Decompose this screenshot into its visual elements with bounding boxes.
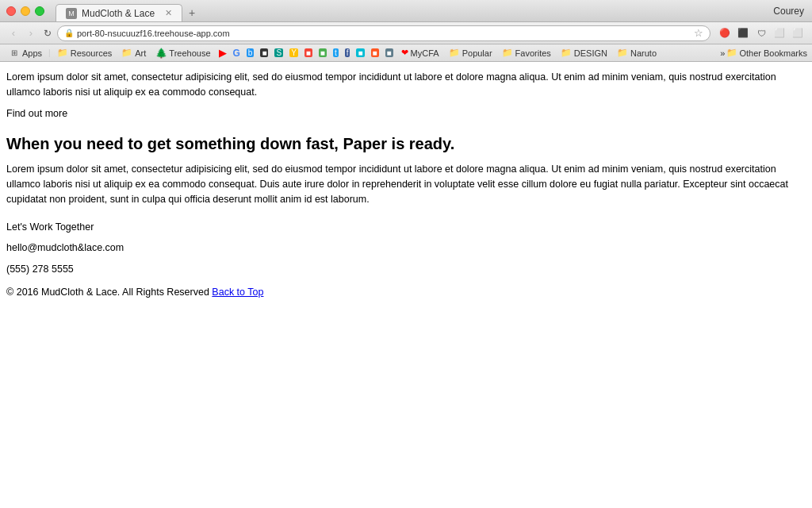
icon-blue: b bbox=[247, 48, 255, 57]
tab-favicon: M bbox=[66, 8, 77, 19]
bookmarks-treehouse[interactable]: 🌲 Treehouse bbox=[151, 47, 214, 60]
bookmarks-favorites[interactable]: 📁 Favorites bbox=[498, 47, 555, 60]
icon-deeporange: ■ bbox=[371, 48, 379, 57]
icon-gray: ■ bbox=[385, 48, 393, 57]
bookmarks-icon-4[interactable]: Y bbox=[287, 48, 301, 58]
facebook-icon: f bbox=[345, 48, 350, 57]
bookmarks-bar: ⊞ Apps | 📁 Resources 📁 Art 🌲 Treehouse ▶… bbox=[0, 44, 812, 62]
bookmarks-icon-5[interactable]: ■ bbox=[302, 48, 315, 58]
email-text: hello@mudcloth&lace.com bbox=[6, 241, 806, 256]
back-to-top-link[interactable]: Back to Top bbox=[212, 287, 263, 298]
bookmarks-icon-2[interactable]: ■ bbox=[258, 48, 270, 58]
main-heading: When you need to get something down fast… bbox=[6, 133, 806, 154]
active-tab[interactable]: M MudCloth & Lace ✕ bbox=[56, 4, 182, 21]
copyright-text: © 2016 MudCloth & Lace. All Rights Reser… bbox=[6, 287, 209, 298]
bookmarks-mycfa-label: MyCFA bbox=[411, 48, 439, 58]
youtube-icon: ▶ bbox=[219, 47, 227, 59]
main-paragraph: Lorem ipsum dolor sit amet, consectetur … bbox=[6, 162, 806, 206]
bookmarks-apps[interactable]: ⊞ Apps bbox=[5, 47, 46, 60]
bookmarks-icon-7[interactable]: t bbox=[331, 48, 341, 58]
security-icon: 🔒 bbox=[64, 29, 74, 37]
bookmarks-resources[interactable]: 📁 Resources bbox=[53, 47, 117, 60]
extension-icon-5[interactable]: ⬜ bbox=[790, 25, 806, 41]
address-bar[interactable]: 🔒 port-80-nsucuuzf16.treehouse-app.com ☆ bbox=[57, 25, 710, 41]
icon-dark: ■ bbox=[260, 48, 268, 57]
bookmarks-icon-11[interactable]: ■ bbox=[383, 48, 396, 58]
bookmarks-popular-label: Popular bbox=[462, 48, 492, 58]
icon-green: ■ bbox=[319, 48, 327, 57]
phone-text: (555) 278 5555 bbox=[6, 262, 806, 277]
more-chevron: » bbox=[720, 48, 725, 58]
folder-icon: 📁 bbox=[57, 48, 68, 59]
bookmarks-resources-label: Resources bbox=[71, 48, 113, 58]
extension-icon-1[interactable]: 🔴 bbox=[717, 25, 733, 41]
page-content: Lorem ipsum dolor sit amet, consectetur … bbox=[0, 62, 812, 508]
folder-icon: 📁 bbox=[502, 48, 513, 59]
bookmarks-art-label: Art bbox=[135, 48, 146, 58]
url-text: port-80-nsucuuzf16.treehouse-app.com bbox=[77, 29, 688, 38]
back-button[interactable]: ‹ bbox=[6, 26, 21, 40]
mycfa-icon: ❤ bbox=[401, 48, 408, 58]
other-bookmarks-folder-icon: 📁 bbox=[726, 48, 737, 59]
bookmarks-icon-1[interactable]: b bbox=[244, 48, 257, 58]
contact-section: Let's Work Together hello@mudcloth&lace.… bbox=[6, 220, 806, 277]
bookmarks-other-label: Other Bookmarks bbox=[739, 48, 807, 58]
twitter-icon: t bbox=[333, 48, 339, 57]
bookmarks-icon-10[interactable]: ■ bbox=[369, 48, 381, 58]
bookmarks-art[interactable]: 📁 Art bbox=[117, 47, 150, 60]
bookmarks-mycfa[interactable]: ❤ MyCFA bbox=[397, 47, 443, 59]
forward-button[interactable]: › bbox=[24, 26, 38, 40]
titlebar: M MudCloth & Lace ✕ + Courey bbox=[0, 0, 812, 22]
icon-red2: ■ bbox=[304, 48, 312, 57]
bookmarks-icon-9[interactable]: ■ bbox=[354, 48, 366, 58]
reload-button[interactable]: ↻ bbox=[41, 27, 54, 40]
folder-icon: 📁 bbox=[449, 48, 460, 59]
new-tab-button[interactable]: + bbox=[182, 4, 201, 21]
traffic-lights bbox=[6, 6, 44, 16]
find-out-more-link[interactable]: Find out more bbox=[6, 106, 806, 121]
icon-teal: S bbox=[274, 48, 283, 57]
titlebar-user: Courey bbox=[773, 6, 804, 17]
tab-close-button[interactable]: ✕ bbox=[165, 8, 172, 18]
bookmarks-icon-g[interactable]: G bbox=[231, 47, 243, 60]
google-icon: G bbox=[233, 48, 240, 59]
extension-icon-2[interactable]: ⬛ bbox=[735, 25, 751, 41]
bookmarks-icon-3[interactable]: S bbox=[272, 48, 285, 58]
bookmarks-apps-label: Apps bbox=[22, 48, 42, 58]
extension-icon-3[interactable]: 🛡 bbox=[753, 25, 769, 41]
extension-icon-4[interactable]: ⬜ bbox=[772, 25, 787, 41]
bookmarks-naruto[interactable]: 📁 Naruto bbox=[613, 47, 661, 60]
close-button[interactable] bbox=[6, 6, 16, 16]
bookmarks-icon-yt[interactable]: ▶ bbox=[216, 46, 229, 60]
tab-bar: M MudCloth & Lace ✕ + bbox=[56, 0, 201, 21]
treehouse-favicon: 🌲 bbox=[155, 48, 167, 59]
bookmarks-treehouse-label: Treehouse bbox=[169, 48, 210, 58]
bookmarks-icon-8[interactable]: f bbox=[343, 48, 353, 58]
minimize-button[interactable] bbox=[21, 6, 30, 16]
bookmarks-design-label: DESIGN bbox=[574, 48, 607, 58]
navbar: ‹ › ↻ 🔒 port-80-nsucuuzf16.treehouse-app… bbox=[0, 22, 812, 44]
bookmarks-more[interactable]: » 📁 Other Bookmarks bbox=[720, 48, 807, 59]
bookmarks-icon-6[interactable]: ■ bbox=[316, 48, 329, 58]
apps-grid-icon: ⊞ bbox=[9, 48, 20, 59]
bookmarks-design[interactable]: 📁 DESIGN bbox=[557, 47, 611, 60]
nav-icons: 🔴 ⬛ 🛡 ⬜ ⬜ bbox=[717, 25, 806, 41]
intro-paragraph: Lorem ipsum dolor sit amet, consectetur … bbox=[6, 70, 806, 100]
folder-icon: 📁 bbox=[121, 48, 132, 59]
folder-icon: 📁 bbox=[561, 48, 572, 59]
folder-icon: 📁 bbox=[617, 48, 628, 59]
icon-yellow: Y bbox=[289, 48, 298, 57]
bookmarks-naruto-label: Naruto bbox=[630, 48, 657, 58]
bookmarks-popular[interactable]: 📁 Popular bbox=[445, 47, 496, 60]
tab-title: MudCloth & Lace bbox=[82, 8, 155, 19]
icon-cyan: ■ bbox=[356, 48, 364, 57]
lets-work-text: Let's Work Together bbox=[6, 220, 806, 235]
bookmark-star-icon[interactable]: ☆ bbox=[694, 27, 703, 39]
footer: © 2016 MudCloth & Lace. All Rights Reser… bbox=[6, 285, 806, 300]
bookmarks-favorites-label: Favorites bbox=[515, 48, 551, 58]
maximize-button[interactable] bbox=[35, 6, 44, 16]
